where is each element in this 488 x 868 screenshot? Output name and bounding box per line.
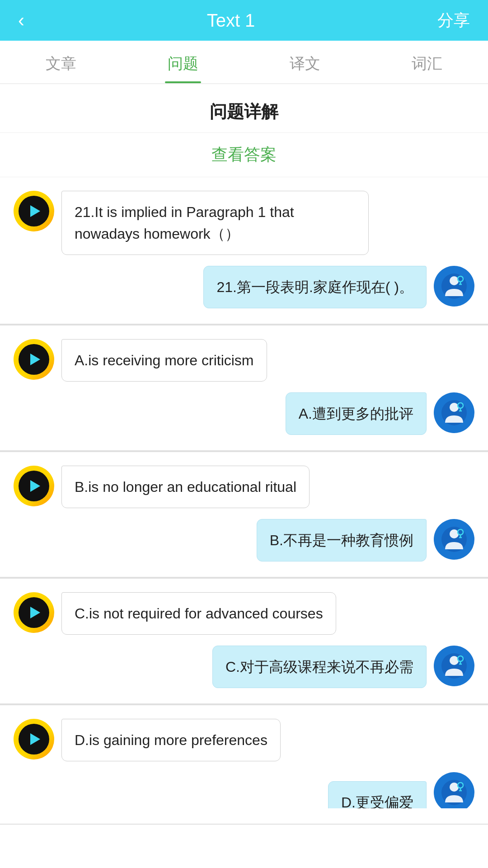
bot-avatar-c (14, 592, 54, 633)
chat-row-optA-zh: A.遭到更多的批评 (14, 392, 474, 435)
play-icon (30, 205, 40, 217)
chat-optB-en-section: B.is no longer an educational ritual B.不… (0, 452, 488, 578)
page-title-section: 问题详解 (0, 84, 488, 133)
play-icon-c (30, 607, 40, 618)
user-avatar-icon (441, 273, 468, 300)
bot-avatar-inner-d (19, 724, 49, 755)
chat-optA-en-section: A.is receiving more criticism A.遭到更多的批评 (0, 326, 488, 451)
chat-row-optB-en: B.is no longer an educational ritual (14, 466, 474, 508)
bot-avatar-inner-a (19, 344, 49, 375)
svg-point-16 (450, 656, 459, 665)
view-answer-section: 查看答案 (0, 133, 488, 177)
tab-translation[interactable]: 译文 (244, 41, 366, 83)
tab-questions[interactable]: 问题 (122, 41, 244, 83)
bubble-optA-zh: A.遭到更多的批评 (286, 392, 427, 435)
bot-avatar-b (14, 466, 54, 506)
bubble-optA-en: A.is receiving more criticism (61, 339, 267, 382)
bubble-optB-zh: B.不再是一种教育惯例 (257, 519, 427, 561)
bubble-optB-en: B.is no longer an educational ritual (61, 466, 310, 508)
chat-optC-en-section: C.is not required for advanced courses C… (0, 579, 488, 704)
svg-point-6 (450, 403, 459, 412)
chat-row-optC-zh: C.对于高级课程来说不再必需 (14, 646, 474, 688)
play-icon-a (30, 354, 40, 365)
user-avatar-icon-d (441, 779, 468, 806)
bubble-q21-en: 21.It is implied in Paragraph 1 that now… (61, 191, 369, 255)
chat-optD-en-section: D.is gaining more preferences D.更受偏爱 (0, 705, 488, 825)
bot-avatar-inner-c (19, 597, 49, 628)
chat-row-optD-en: D.is gaining more preferences (14, 719, 474, 761)
user-avatar-icon-c (441, 652, 468, 679)
chat-row-optC-en: C.is not required for advanced courses (14, 592, 474, 635)
bot-avatar-inner (19, 196, 49, 226)
chat-q21-en-section: 21.It is implied in Paragraph 1 that now… (0, 177, 488, 325)
page-title: 问题详解 (210, 102, 278, 121)
bot-avatar-a (14, 339, 54, 380)
bubble-optC-zh: C.对于高级课程来说不再必需 (212, 646, 427, 688)
user-avatar-c (434, 646, 474, 686)
chat-row-optD-zh: D.更受偏爱 (14, 772, 474, 808)
tab-bar: 文章 问题 译文 词汇 (0, 41, 488, 84)
svg-point-21 (450, 783, 459, 792)
tab-article[interactable]: 文章 (0, 41, 122, 83)
user-avatar (434, 266, 474, 307)
play-icon-b (30, 480, 40, 492)
user-avatar-icon-b (441, 526, 468, 553)
user-avatar-icon-a (441, 399, 468, 426)
user-avatar-d (434, 772, 474, 808)
svg-point-1 (450, 276, 459, 285)
header-title: Text 1 (207, 10, 255, 31)
bot-avatar-d (14, 719, 54, 760)
bubble-optD-zh: D.更受偏爱 (328, 781, 427, 808)
back-button[interactable]: ‹ (18, 9, 24, 31)
chat-row-optA-en: A.is receiving more criticism (14, 339, 474, 382)
user-avatar-b (434, 519, 474, 560)
bubble-optD-en: D.is gaining more preferences (61, 719, 281, 761)
tab-vocabulary[interactable]: 词汇 (366, 41, 488, 83)
bot-avatar (14, 191, 54, 231)
user-avatar-a (434, 392, 474, 433)
bubble-optC-en: C.is not required for advanced courses (61, 592, 336, 635)
chat-row-optB-zh: B.不再是一种教育惯例 (14, 519, 474, 561)
share-button[interactable]: 分享 (437, 9, 470, 32)
play-icon-d (30, 733, 40, 745)
header: ‹ Text 1 分享 (0, 0, 488, 41)
chat-row-q21-zh: 21.第一段表明.家庭作现在( )。 (14, 266, 474, 308)
view-answer-button[interactable]: 查看答案 (211, 145, 277, 164)
bot-avatar-inner-b (19, 471, 49, 501)
bubble-q21-zh: 21.第一段表明.家庭作现在( )。 (203, 266, 427, 308)
svg-point-11 (450, 529, 459, 538)
chat-row-q21-en: 21.It is implied in Paragraph 1 that now… (14, 191, 474, 255)
